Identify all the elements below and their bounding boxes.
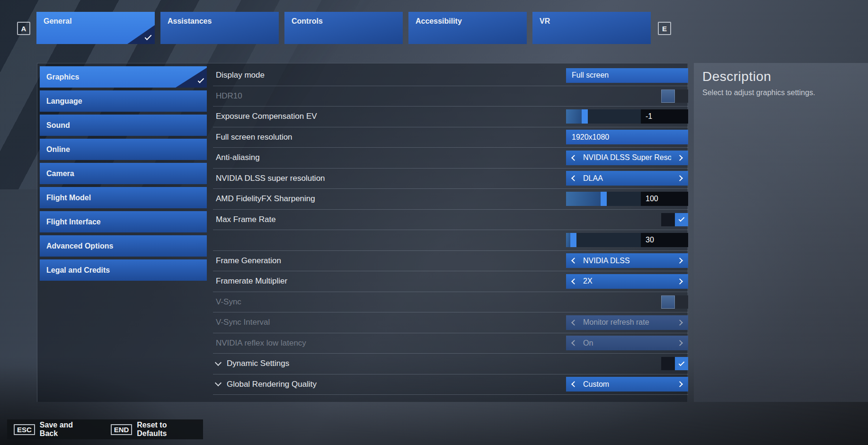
sidebar-item-label: Camera xyxy=(46,169,74,178)
chevron-left-icon[interactable] xyxy=(571,340,577,346)
display-mode-button[interactable]: Full screen xyxy=(566,68,688,83)
tab-accessibility[interactable]: Accessibility xyxy=(408,12,527,44)
tab-label: VR xyxy=(540,17,550,25)
sidebar-item-flight-interface[interactable]: Flight Interface xyxy=(40,211,207,232)
setting-label: Anti-aliasing xyxy=(216,153,260,162)
sidebar-item-graphics[interactable]: Graphics xyxy=(40,66,207,88)
dlss-mode-selector[interactable]: DLAA xyxy=(566,171,688,186)
description-text: Select to adjust graphics settings. xyxy=(702,89,859,97)
slider-track[interactable] xyxy=(566,233,641,247)
hdr10-toggle[interactable] xyxy=(661,89,688,103)
sidebar-item-legal-and-credits[interactable]: Legal and Credits xyxy=(40,259,207,281)
setting-row-exposure-compensation: Exposure Compensation EV -1 xyxy=(213,107,688,127)
chevron-right-icon[interactable] xyxy=(677,258,683,264)
frame-generation-selector[interactable]: NVIDIA DLSS xyxy=(566,253,688,268)
anti-aliasing-selector[interactable]: NVIDIA DLSS Super Resolution xyxy=(566,151,688,165)
chevron-left-icon[interactable] xyxy=(571,258,577,264)
sidebar-item-advanced-options[interactable]: Advanced Options xyxy=(40,235,207,257)
selector-value: NVIDIA DLSS Super Resolution xyxy=(583,153,671,162)
setting-label: Frame Generation xyxy=(216,256,281,266)
sidebar-item-language[interactable]: Language xyxy=(40,90,207,112)
slider-value: 100 xyxy=(641,192,688,206)
chevron-right-icon[interactable] xyxy=(677,320,683,326)
global-rendering-quality-fold[interactable]: Global Rendering Quality xyxy=(216,380,317,389)
selector-value: 2X xyxy=(583,277,671,285)
setting-label: V-Sync xyxy=(216,297,241,307)
description-panel: Description Select to adjust graphics se… xyxy=(694,63,868,402)
save-and-back-button[interactable]: Save and Back xyxy=(40,421,91,438)
sidebar-item-online[interactable]: Online xyxy=(40,139,207,160)
description-title: Description xyxy=(702,69,859,84)
slider-thumb[interactable] xyxy=(601,192,607,206)
checkmark-icon xyxy=(679,216,685,222)
resolution-button[interactable]: 1920x1080 xyxy=(566,130,688,144)
key-hint-esc: ESC xyxy=(14,424,35,435)
chevron-right-icon[interactable] xyxy=(677,381,683,387)
tab-label: Controls xyxy=(292,17,323,25)
nvidia-reflex-selector[interactable]: On xyxy=(566,336,688,350)
vsync-interval-selector[interactable]: Monitor refresh rate xyxy=(566,315,688,330)
checkmark-icon xyxy=(679,360,685,366)
sidebar-item-camera[interactable]: Camera xyxy=(40,163,207,184)
slider-track[interactable] xyxy=(566,109,641,124)
toggle-knob xyxy=(661,89,675,103)
selector-value: DLAA xyxy=(583,174,671,183)
footer-bar: ESC Save and Back END Reset to Defaults xyxy=(7,419,203,439)
slider-track[interactable] xyxy=(566,192,641,206)
setting-row-fullscreen-resolution: Full screen resolution 1920x1080 xyxy=(213,127,688,148)
tab-vr[interactable]: VR xyxy=(532,12,651,44)
slider-thumb[interactable] xyxy=(582,109,588,124)
chevron-left-icon[interactable] xyxy=(571,320,577,326)
sidebar-item-label: Flight Interface xyxy=(46,218,101,226)
tab-controls[interactable]: Controls xyxy=(284,12,403,44)
setting-label: NVIDIA DLSS super resolution xyxy=(216,174,325,183)
sidebar-item-flight-model[interactable]: Flight Model xyxy=(40,187,207,208)
exposure-slider: -1 xyxy=(566,109,688,124)
slider-fill xyxy=(566,233,570,247)
checkbox-track xyxy=(661,357,675,370)
setting-row-max-frame-rate-value: 30 xyxy=(213,230,688,251)
setting-label: Max Frame Rate xyxy=(216,215,276,224)
setting-label: Global Rendering Quality xyxy=(227,380,317,389)
frame-rate-slider: 30 xyxy=(566,233,688,247)
chevron-right-icon[interactable] xyxy=(677,340,683,346)
button-value: 1920x1080 xyxy=(572,133,609,142)
sidebar-item-label: Graphics xyxy=(46,73,79,81)
setting-label: NVIDIA reflex low latency xyxy=(216,338,306,348)
dynamic-settings-fold[interactable]: Dynamic Settings xyxy=(216,359,289,368)
chevron-left-icon[interactable] xyxy=(571,381,577,387)
tab-label: Assistances xyxy=(168,17,212,25)
setting-label: Full screen resolution xyxy=(216,133,292,142)
chevron-right-icon[interactable] xyxy=(677,278,683,285)
chevron-left-icon[interactable] xyxy=(571,278,577,285)
global-rendering-quality-selector[interactable]: Custom xyxy=(566,377,688,392)
setting-row-frame-generation: Frame Generation NVIDIA DLSS xyxy=(213,251,688,272)
framerate-multiplier-selector[interactable]: 2X xyxy=(566,274,688,289)
tab-general[interactable]: General xyxy=(36,12,155,44)
tab-assistances[interactable]: Assistances xyxy=(160,12,279,44)
dynamic-settings-checkbox[interactable] xyxy=(661,357,688,370)
chevron-right-icon[interactable] xyxy=(677,155,683,161)
setting-row-dlss-super-resolution: NVIDIA DLSS super resolution DLAA xyxy=(213,169,688,189)
vsync-toggle[interactable] xyxy=(661,295,688,309)
sidebar-item-sound[interactable]: Sound xyxy=(40,115,207,136)
slider-thumb[interactable] xyxy=(570,233,576,247)
max-frame-rate-checkbox[interactable] xyxy=(661,213,688,226)
setting-row-vsync: V-Sync xyxy=(213,292,688,313)
checkbox-checked xyxy=(675,213,688,226)
slider-value: -1 xyxy=(641,109,688,124)
chevron-down-icon[interactable] xyxy=(215,359,221,366)
reset-to-defaults-button[interactable]: Reset to Defaults xyxy=(137,421,196,438)
setting-row-global-rendering-quality: Global Rendering Quality Custom xyxy=(213,374,688,395)
sharpening-slider: 100 xyxy=(566,192,688,206)
chevron-down-icon[interactable] xyxy=(215,380,221,386)
setting-row-display-mode: Display mode Full screen xyxy=(213,65,688,86)
chevron-left-icon[interactable] xyxy=(571,175,577,181)
setting-label: Dynamic Settings xyxy=(227,359,289,368)
button-value: Full screen xyxy=(572,71,609,80)
chevron-right-icon[interactable] xyxy=(677,175,683,181)
setting-label: Exposure Compensation EV xyxy=(216,112,317,121)
selector-value: Monitor refresh rate xyxy=(583,318,671,327)
checkbox-checked xyxy=(675,357,688,370)
chevron-left-icon[interactable] xyxy=(571,155,577,161)
